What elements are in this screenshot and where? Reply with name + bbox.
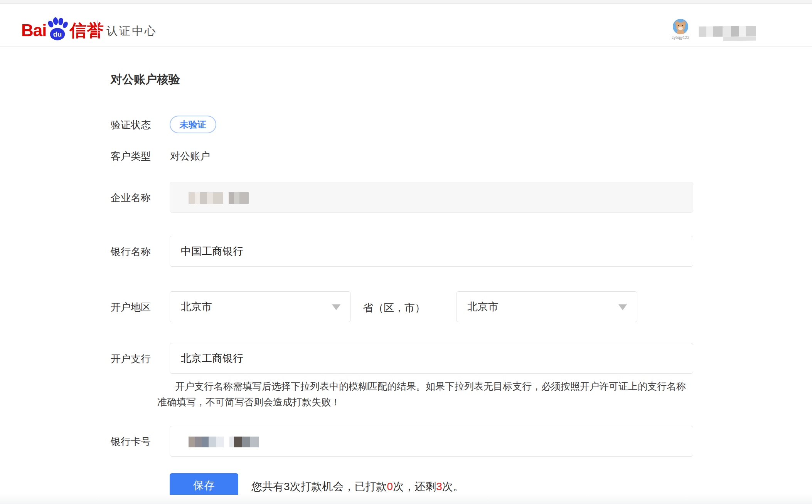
card-number-field[interactable]: [170, 426, 693, 457]
logo-text-du: du: [53, 30, 62, 38]
baidu-paw-icon: du: [46, 17, 69, 41]
save-button[interactable]: 保存: [170, 473, 238, 497]
chevron-down-icon: [618, 304, 627, 310]
user-avatar[interactable]: zybqjy123: [671, 19, 690, 40]
status-badge: 未验证: [170, 116, 216, 133]
bank-name-input[interactable]: [170, 236, 693, 267]
customer-type-label: 客户类型: [111, 150, 151, 163]
branch-input[interactable]: [170, 343, 693, 374]
bank-name-label: 银行名称: [111, 245, 151, 259]
customer-type-value: 对公账户: [170, 150, 210, 163]
province-select[interactable]: 北京市: [170, 291, 351, 322]
note-paid-count: 0: [387, 480, 393, 492]
logo-text-bai: Bai: [21, 22, 46, 39]
card-number-label: 银行卡号: [111, 435, 151, 449]
avatar-bear-icon: [673, 19, 688, 34]
avatar-username: zybqjy123: [671, 35, 690, 40]
header-divider: [97, 20, 98, 37]
status-label: 验证状态: [111, 118, 151, 132]
redacted-company-name-blur: [189, 192, 249, 204]
redacted-account-name-blur: [699, 26, 756, 37]
city-select-value: 北京市: [467, 300, 499, 314]
note-left-count: 3: [436, 480, 442, 492]
page-title: 对公账户核验: [111, 72, 180, 87]
header-title: 认证中心: [106, 24, 157, 39]
region-label: 开户地区: [111, 301, 151, 314]
logo-text-xinyu: 信誉: [69, 22, 104, 39]
note-text-3: 次。: [442, 480, 464, 492]
top-strip: [0, 0, 812, 4]
baidu-xinyu-logo[interactable]: Bai du 信誉: [21, 14, 104, 39]
redacted-account-name-blur-2: [723, 36, 756, 41]
company-name-label: 企业名称: [111, 191, 151, 205]
note-text-1: 您共有3次打款机会，已打款: [251, 480, 387, 492]
company-name-field: [170, 182, 693, 213]
bottom-strip: [0, 495, 812, 504]
redacted-card-number-blur: [189, 437, 259, 447]
payment-attempts-note: 您共有3次打款机会，已打款0次，还剩3次。: [251, 479, 464, 494]
page-root: Bai du 信誉 认证中心: [0, 0, 812, 504]
note-text-2: 次，还剩: [393, 480, 436, 492]
chevron-down-icon: [332, 304, 340, 310]
header-bar: Bai du 信誉 认证中心: [0, 4, 812, 47]
city-select[interactable]: 北京市: [456, 291, 637, 322]
branch-label: 开户支行: [111, 352, 151, 366]
branch-hint-text: 开户支行名称需填写后选择下拉列表中的模糊匹配的结果。如果下拉列表无目标支行，必须…: [157, 378, 694, 410]
region-mid-label: 省（区，市）: [363, 301, 425, 315]
province-select-value: 北京市: [181, 300, 212, 314]
